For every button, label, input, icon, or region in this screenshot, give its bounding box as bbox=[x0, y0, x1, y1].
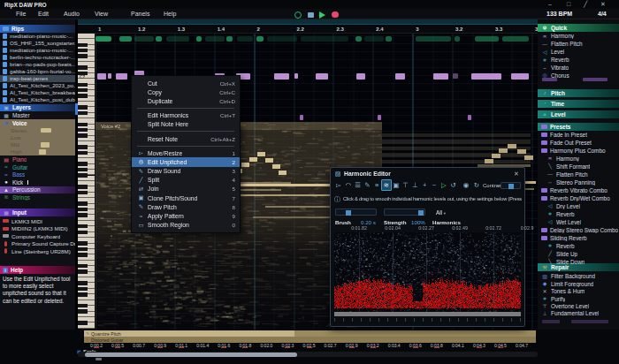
voice-sub-high[interactable]: High bbox=[0, 148, 75, 155]
presets-header[interactable]: Presets bbox=[538, 123, 619, 131]
note[interactable] bbox=[471, 73, 501, 80]
piano-black-key[interactable] bbox=[78, 264, 88, 268]
close-button[interactable]: ✕ bbox=[600, 1, 606, 8]
piano-black-key[interactable] bbox=[78, 94, 88, 97]
input-item-primary-sound-capture-dr[interactable]: Primary Sound Capture Dr... bbox=[0, 240, 75, 248]
contrast-slider[interactable] bbox=[501, 182, 521, 189]
loop-toggle-icon[interactable]: ↻ bbox=[472, 180, 481, 190]
note-marker[interactable] bbox=[300, 115, 303, 120]
add-tool-icon[interactable]: + bbox=[420, 180, 429, 190]
context-menu-item-draw-pitch[interactable]: ✎Draw Pitch8 bbox=[132, 202, 240, 211]
show-toggle-icon[interactable]: ◉ bbox=[462, 180, 470, 190]
scroll-position-marker[interactable] bbox=[75, 103, 78, 115]
piano-black-key[interactable] bbox=[78, 224, 88, 228]
harmonic-sliders-tool-icon[interactable]: ☰ bbox=[354, 180, 363, 190]
menu-item-edit[interactable]: Edit bbox=[38, 11, 49, 17]
metronome-icon[interactable] bbox=[294, 11, 302, 19]
panel-item-reverb-vibrato-combo[interactable]: Reverb Vibrato Combo bbox=[538, 186, 619, 194]
panel-item-fade-in-preset[interactable]: Fade In Preset bbox=[538, 131, 619, 139]
panel-item-level[interactable]: ◁Level bbox=[538, 48, 619, 56]
context-menu-item-join[interactable]: ⇄Join5 bbox=[132, 185, 240, 193]
panel-item-slide-up[interactable]: ╱Slide Up bbox=[538, 250, 619, 258]
strength-slider[interactable] bbox=[384, 209, 425, 216]
context-menu-item-split[interactable]: ╱Split4 bbox=[132, 176, 240, 185]
layer-master[interactable]: ▦ Master bbox=[0, 112, 75, 119]
note[interactable] bbox=[294, 73, 298, 79]
menu-item-panels[interactable]: Panels bbox=[131, 11, 149, 17]
piano-black-key[interactable] bbox=[78, 128, 88, 132]
piano-black-key[interactable] bbox=[78, 133, 88, 137]
panel-item-harmony[interactable]: ≍Harmony bbox=[538, 33, 619, 41]
layer-item-piano[interactable]: ▤Piano bbox=[0, 156, 75, 164]
layer-item-guitar[interactable]: ≈Guitar bbox=[0, 163, 75, 171]
panel-item-fade-out-preset[interactable]: Fade Out Preset bbox=[538, 139, 619, 147]
subtract-tool-icon[interactable]: − bbox=[430, 180, 439, 190]
piano-black-key[interactable] bbox=[78, 287, 88, 291]
context-menu-item-smooth-region[interactable]: ▭Smooth Region0 bbox=[132, 221, 240, 230]
context-menu-item-copy[interactable]: CopyCtrl+C bbox=[132, 87, 240, 96]
rip-item[interactable]: gabba-160-bpm-burial-vo... bbox=[0, 68, 75, 75]
piano-black-key[interactable] bbox=[78, 231, 88, 234]
piano-black-key[interactable] bbox=[78, 145, 88, 148]
context-menu-item-edit-harmonics[interactable]: Edit HarmonicsCtrl+T bbox=[132, 111, 240, 120]
piano-black-key[interactable] bbox=[78, 213, 88, 216]
layers-header[interactable]: ▣ Layers bbox=[0, 104, 75, 112]
panel-item-delay-stereo-swap-combo[interactable]: Delay Stereo Swap Combo bbox=[538, 226, 619, 234]
piano-black-key[interactable] bbox=[78, 321, 88, 324]
piano-black-key[interactable] bbox=[78, 241, 88, 245]
rip-item[interactable]: AI_Test_Kitchen_breakbea... bbox=[0, 89, 75, 96]
piano-black-key[interactable] bbox=[78, 162, 88, 165]
panel-item-harmony-plus-combo[interactable]: Harmony Plus Combo bbox=[538, 147, 619, 155]
piano-black-key[interactable] bbox=[78, 88, 88, 92]
piano-black-key[interactable] bbox=[78, 111, 88, 115]
dialog-close-button[interactable]: ✕ bbox=[514, 171, 519, 178]
record-button[interactable] bbox=[332, 11, 339, 19]
note-marker[interactable] bbox=[378, 115, 381, 120]
piano-black-key[interactable] bbox=[78, 151, 88, 155]
piano-black-key[interactable] bbox=[78, 309, 88, 313]
quick-header[interactable]: ψ Quick bbox=[538, 24, 619, 32]
menu-item-audio[interactable]: Audio bbox=[64, 11, 80, 17]
menu-item-view[interactable]: View bbox=[95, 11, 108, 17]
context-menu-item-clone-pitch-sound[interactable]: ▣Clone Pitch/Sound7 bbox=[132, 193, 240, 202]
horizontal-scrollbar-thumb[interactable] bbox=[85, 353, 297, 357]
levels-tool-icon[interactable]: ≡ bbox=[372, 180, 381, 190]
minimize-button[interactable]: – bbox=[548, 1, 552, 7]
piano-black-key[interactable] bbox=[78, 292, 88, 296]
lower-harmonics-tool-icon[interactable]: ⊥ bbox=[410, 180, 419, 190]
context-menu-item-edit-unpitched[interactable]: ◎Edit Unpitched2 bbox=[132, 157, 240, 166]
piano-black-key[interactable] bbox=[78, 168, 88, 171]
rip-item[interactable]: trap-beat-james bbox=[0, 75, 75, 82]
rip-item[interactable]: AI_Test_Kitchen_post_dub... bbox=[0, 96, 75, 103]
piano-black-key[interactable] bbox=[78, 253, 88, 256]
piano-black-key[interactable] bbox=[78, 173, 88, 177]
snapshot-tool-icon[interactable]: ▣ bbox=[392, 180, 401, 190]
piano-black-key[interactable] bbox=[78, 304, 88, 307]
panel-item-reverb[interactable]: ∗Reverb bbox=[538, 56, 619, 64]
voice-sub-stereo[interactable]: Stereo bbox=[0, 126, 75, 133]
level-header[interactable]: ▲ Level bbox=[538, 110, 619, 118]
piano-black-key[interactable] bbox=[78, 201, 88, 205]
contrast-slider-thumb[interactable] bbox=[508, 184, 514, 189]
brush-tool-icon[interactable]: ✎ bbox=[363, 180, 371, 190]
rip-item[interactable]: AI_Test_Kitchen_2023_po... bbox=[0, 82, 75, 89]
panel-item-reverb[interactable]: ∗Reverb bbox=[538, 242, 619, 250]
bpm-display[interactable]: 133 BPM bbox=[546, 11, 572, 17]
piano-black-key[interactable] bbox=[78, 247, 88, 251]
panel-item-chorus[interactable]: ◎Chorus bbox=[538, 72, 619, 80]
piano-black-key[interactable] bbox=[78, 105, 88, 109]
voice-sub-low[interactable]: Low bbox=[0, 133, 75, 140]
note[interactable] bbox=[453, 73, 458, 79]
play-button-icon[interactable]: ▷ bbox=[439, 180, 448, 190]
piano-black-key[interactable] bbox=[78, 185, 88, 188]
panel-item-sliding-reverb[interactable]: Sliding Reverb bbox=[538, 234, 619, 242]
piano-black-key[interactable] bbox=[78, 54, 88, 57]
panel-item-shift-formant[interactable]: ╲Shift Formant bbox=[538, 163, 619, 171]
play-button[interactable] bbox=[319, 11, 325, 19]
note[interactable] bbox=[97, 73, 106, 80]
input-item-line-steinberg-ur28m[interactable]: Line (Steinberg UR28M) bbox=[0, 247, 75, 255]
pitch-header[interactable]: ♪ Pitch bbox=[538, 89, 619, 97]
panel-item-reverb-dry-wet-combo[interactable]: Reverb Dry/Wet Combo bbox=[538, 194, 619, 202]
layer-item-kick[interactable]: ●Kick bbox=[0, 178, 75, 186]
smooth-tool-icon[interactable]: ≋ bbox=[381, 179, 392, 191]
